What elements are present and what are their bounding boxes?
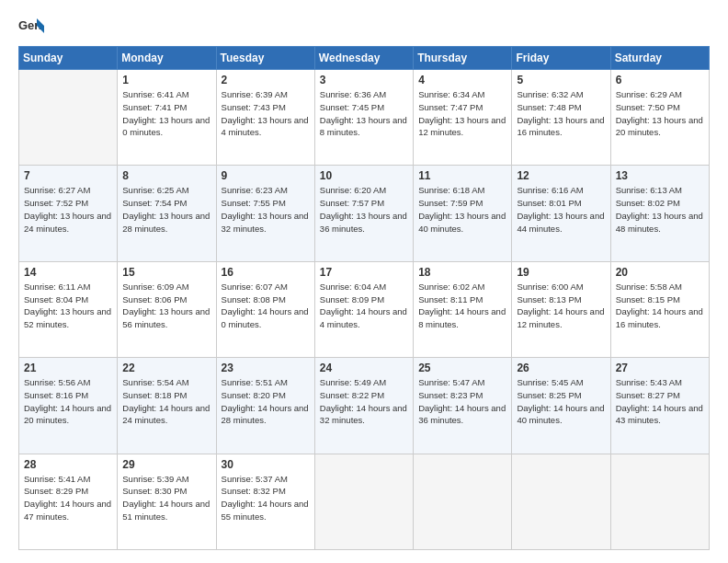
day-info: Sunrise: 5:45 AMSunset: 8:25 PMDaylight:…	[517, 377, 604, 425]
calendar-cell: 5Sunrise: 6:32 AMSunset: 7:48 PMDaylight…	[512, 70, 610, 166]
day-number: 13	[616, 169, 704, 182]
day-info: Sunrise: 6:39 AMSunset: 7:43 PMDaylight:…	[222, 89, 309, 137]
day-info: Sunrise: 5:37 AMSunset: 8:32 PMDaylight:…	[222, 474, 309, 522]
day-number: 2	[222, 74, 310, 86]
day-info: Sunrise: 5:56 AMSunset: 8:16 PMDaylight:…	[24, 377, 111, 425]
day-info: Sunrise: 6:11 AMSunset: 8:04 PMDaylight:…	[24, 282, 111, 329]
calendar-cell: 17Sunrise: 6:04 AMSunset: 8:09 PMDayligh…	[314, 261, 413, 357]
calendar-week-row: 21Sunrise: 5:56 AMSunset: 8:16 PMDayligh…	[19, 358, 710, 454]
day-info: Sunrise: 5:54 AMSunset: 8:18 PMDaylight:…	[122, 377, 210, 425]
calendar-week-row: 14Sunrise: 6:11 AMSunset: 8:04 PMDayligh…	[19, 261, 710, 357]
calendar-header-sunday: Sunday	[19, 47, 118, 70]
day-number: 11	[418, 169, 506, 182]
calendar-cell: 24Sunrise: 5:49 AMSunset: 8:22 PMDayligh…	[314, 358, 413, 454]
day-info: Sunrise: 6:25 AMSunset: 7:54 PMDaylight:…	[122, 185, 210, 233]
calendar-cell: 19Sunrise: 6:00 AMSunset: 8:13 PMDayligh…	[512, 261, 610, 357]
calendar-cell: 1Sunrise: 6:41 AMSunset: 7:41 PMDaylight…	[118, 70, 216, 166]
calendar-week-row: 7Sunrise: 6:27 AMSunset: 7:52 PMDaylight…	[19, 166, 710, 261]
logo: Gen	[18, 17, 48, 37]
calendar-cell: 2Sunrise: 6:39 AMSunset: 7:43 PMDaylight…	[216, 70, 314, 166]
calendar-table: SundayMondayTuesdayWednesdayThursdayFrid…	[18, 46, 710, 550]
day-number: 21	[24, 362, 112, 374]
day-info: Sunrise: 6:20 AMSunset: 7:57 PMDaylight:…	[320, 185, 407, 233]
calendar-header-tuesday: Tuesday	[216, 47, 314, 70]
calendar-cell	[512, 454, 610, 549]
day-number: 19	[517, 266, 605, 279]
day-info: Sunrise: 6:07 AMSunset: 8:08 PMDaylight:…	[222, 282, 309, 329]
calendar-header-wednesday: Wednesday	[314, 47, 413, 70]
calendar-cell: 3Sunrise: 6:36 AMSunset: 7:45 PMDaylight…	[314, 70, 413, 166]
day-info: Sunrise: 5:41 AMSunset: 8:29 PMDaylight:…	[24, 474, 111, 522]
page: Gen SundayMondayTuesdayWednesdayThursday…	[0, 0, 728, 563]
calendar-header-monday: Monday	[118, 47, 216, 70]
calendar-cell	[314, 454, 413, 549]
header-row: Gen	[18, 17, 710, 37]
day-number: 18	[418, 266, 506, 279]
day-number: 14	[24, 266, 112, 279]
calendar-cell: 6Sunrise: 6:29 AMSunset: 7:50 PMDaylight…	[610, 70, 709, 166]
day-info: Sunrise: 6:29 AMSunset: 7:50 PMDaylight:…	[616, 89, 703, 137]
day-number: 8	[122, 169, 210, 182]
calendar-cell: 28Sunrise: 5:41 AMSunset: 8:29 PMDayligh…	[19, 454, 118, 549]
calendar-header-saturday: Saturday	[610, 47, 709, 70]
calendar-cell: 29Sunrise: 5:39 AMSunset: 8:30 PMDayligh…	[118, 454, 216, 549]
calendar-cell: 27Sunrise: 5:43 AMSunset: 8:27 PMDayligh…	[610, 358, 709, 454]
calendar-cell: 30Sunrise: 5:37 AMSunset: 8:32 PMDayligh…	[216, 454, 314, 549]
day-info: Sunrise: 5:58 AMSunset: 8:15 PMDaylight:…	[616, 282, 703, 329]
day-info: Sunrise: 6:41 AMSunset: 7:41 PMDaylight:…	[122, 89, 210, 137]
day-number: 9	[222, 169, 310, 182]
day-number: 17	[320, 266, 408, 279]
calendar-cell: 18Sunrise: 6:02 AMSunset: 8:11 PMDayligh…	[414, 261, 512, 357]
calendar-cell: 9Sunrise: 6:23 AMSunset: 7:55 PMDaylight…	[216, 166, 314, 261]
day-number: 24	[320, 362, 408, 374]
day-info: Sunrise: 5:49 AMSunset: 8:22 PMDaylight:…	[320, 377, 407, 425]
day-info: Sunrise: 6:09 AMSunset: 8:06 PMDaylight:…	[122, 282, 210, 329]
day-number: 28	[24, 458, 112, 471]
calendar-cell: 23Sunrise: 5:51 AMSunset: 8:20 PMDayligh…	[216, 358, 314, 454]
calendar-cell	[610, 454, 709, 549]
day-number: 6	[616, 74, 704, 86]
day-info: Sunrise: 6:27 AMSunset: 7:52 PMDaylight:…	[24, 185, 111, 233]
calendar-cell: 8Sunrise: 6:25 AMSunset: 7:54 PMDaylight…	[118, 166, 216, 261]
calendar-cell	[414, 454, 512, 549]
calendar-cell: 4Sunrise: 6:34 AMSunset: 7:47 PMDaylight…	[414, 70, 512, 166]
day-number: 25	[418, 362, 506, 374]
day-info: Sunrise: 6:02 AMSunset: 8:11 PMDaylight:…	[418, 282, 506, 329]
calendar-cell	[19, 70, 118, 166]
calendar-week-row: 28Sunrise: 5:41 AMSunset: 8:29 PMDayligh…	[19, 454, 710, 549]
day-info: Sunrise: 5:47 AMSunset: 8:23 PMDaylight:…	[418, 377, 506, 425]
day-info: Sunrise: 6:04 AMSunset: 8:09 PMDaylight:…	[320, 282, 407, 329]
calendar-cell: 11Sunrise: 6:18 AMSunset: 7:59 PMDayligh…	[414, 166, 512, 261]
calendar-week-row: 1Sunrise: 6:41 AMSunset: 7:41 PMDaylight…	[19, 70, 710, 166]
day-info: Sunrise: 5:43 AMSunset: 8:27 PMDaylight:…	[616, 377, 703, 425]
day-number: 10	[320, 169, 408, 182]
calendar-cell: 7Sunrise: 6:27 AMSunset: 7:52 PMDaylight…	[19, 166, 118, 261]
day-number: 23	[222, 362, 310, 374]
day-info: Sunrise: 6:13 AMSunset: 8:02 PMDaylight:…	[616, 185, 703, 233]
calendar-cell: 13Sunrise: 6:13 AMSunset: 8:02 PMDayligh…	[610, 166, 709, 261]
calendar-cell: 10Sunrise: 6:20 AMSunset: 7:57 PMDayligh…	[314, 166, 413, 261]
day-number: 12	[517, 169, 605, 182]
day-info: Sunrise: 6:00 AMSunset: 8:13 PMDaylight:…	[517, 282, 604, 329]
day-info: Sunrise: 6:23 AMSunset: 7:55 PMDaylight:…	[222, 185, 309, 233]
day-number: 20	[616, 266, 704, 279]
day-info: Sunrise: 6:32 AMSunset: 7:48 PMDaylight:…	[517, 89, 604, 137]
day-number: 29	[122, 458, 210, 471]
day-number: 30	[222, 458, 310, 471]
day-info: Sunrise: 5:51 AMSunset: 8:20 PMDaylight:…	[222, 377, 309, 425]
calendar-cell: 14Sunrise: 6:11 AMSunset: 8:04 PMDayligh…	[19, 261, 118, 357]
calendar-cell: 21Sunrise: 5:56 AMSunset: 8:16 PMDayligh…	[19, 358, 118, 454]
day-number: 3	[320, 74, 408, 86]
day-number: 16	[222, 266, 310, 279]
day-info: Sunrise: 6:18 AMSunset: 7:59 PMDaylight:…	[418, 185, 506, 233]
day-number: 22	[122, 362, 210, 374]
day-number: 1	[122, 74, 210, 86]
calendar-cell: 22Sunrise: 5:54 AMSunset: 8:18 PMDayligh…	[118, 358, 216, 454]
day-info: Sunrise: 6:16 AMSunset: 8:01 PMDaylight:…	[517, 185, 604, 233]
day-info: Sunrise: 6:34 AMSunset: 7:47 PMDaylight:…	[418, 89, 506, 137]
calendar-cell: 25Sunrise: 5:47 AMSunset: 8:23 PMDayligh…	[414, 358, 512, 454]
calendar-header-friday: Friday	[512, 47, 610, 70]
day-info: Sunrise: 5:39 AMSunset: 8:30 PMDaylight:…	[122, 474, 210, 522]
day-number: 15	[122, 266, 210, 279]
calendar-cell: 16Sunrise: 6:07 AMSunset: 8:08 PMDayligh…	[216, 261, 314, 357]
